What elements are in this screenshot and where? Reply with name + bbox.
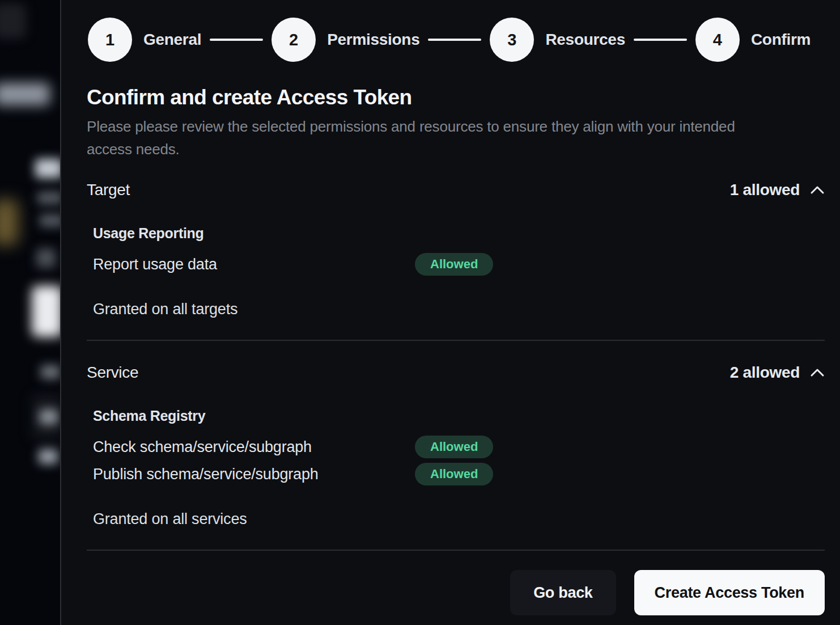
permission-list: Report usage data Allowed [87,253,825,276]
permission-label: Check schema/service/subgraph [93,438,415,456]
go-back-button[interactable]: Go back [510,570,616,615]
blurred-white-card [32,286,62,337]
permission-group-title: Usage Reporting [87,225,825,242]
blurred-sidebar-card [0,3,26,39]
section-title: Service [87,364,138,382]
create-access-token-button[interactable]: Create Access Token [634,570,825,615]
permission-list: Check schema/service/subgraph Allowed Pu… [87,436,825,485]
stepper-step-permissions[interactable]: 2 Permissions [271,18,419,62]
step-number-badge: 3 [490,18,534,62]
granted-note: Granted on all services [87,510,825,528]
stepper-connector [634,39,687,41]
page-description: Please please review the selected permis… [87,115,784,161]
blurred-icon-box [36,248,56,268]
chevron-up-icon [810,368,825,377]
allowed-status-badge: Allowed [415,436,493,458]
step-label: Permissions [327,31,419,49]
modal-footer: Go back Create Access Token [87,570,825,615]
blurred-label [39,449,58,464]
allowed-status-badge: Allowed [415,253,493,276]
step-number-badge: 1 [88,18,132,62]
blurred-background-heading [35,159,62,178]
chevron-up-icon [810,185,825,195]
permission-label: Publish schema/service/subgraph [93,466,415,483]
permission-label: Report usage data [93,256,415,273]
blurred-background-text [37,192,62,204]
permission-group-title: Schema Registry [87,408,825,424]
section-divider [87,340,825,341]
service-collapse-toggle[interactable]: 2 allowed [730,364,825,382]
allowed-count: 1 allowed [730,181,800,199]
create-access-token-modal: 1 General 2 Permissions 3 Resources 4 Co… [60,0,840,625]
page-title: Confirm and create Access Token [87,86,825,109]
section-service-header: Service 2 allowed [87,364,825,382]
granted-note: Granted on all targets [87,301,825,318]
step-number-badge: 4 [695,18,740,62]
section-title: Target [87,181,130,199]
blurred-label [41,365,60,379]
stepper-connector [210,39,263,41]
section-service: Service 2 allowed Schema Registry Check … [87,364,825,528]
blurred-warning-panel [0,200,18,245]
allowed-count: 2 allowed [730,364,800,382]
stepper-step-general[interactable]: 1 General [88,18,201,62]
footer-divider [87,550,825,551]
stepper-step-confirm[interactable]: 4 Confirm [695,18,811,62]
stepper-step-resources[interactable]: 3 Resources [490,18,625,62]
step-label: Confirm [751,31,811,49]
section-target-header: Target 1 allowed [87,181,825,199]
permission-row: Check schema/service/subgraph Allowed [87,436,825,458]
blurred-label [40,409,58,424]
stepper: 1 General 2 Permissions 3 Resources 4 Co… [88,18,825,62]
permission-row: Report usage data Allowed [87,253,825,276]
step-label: Resources [545,31,625,49]
target-collapse-toggle[interactable]: 1 allowed [730,181,825,199]
step-number-badge: 2 [271,18,316,62]
blurred-sidebar-nav-item [0,83,50,105]
stepper-connector [428,39,481,41]
permission-row: Publish schema/service/subgraph Allowed [87,463,825,485]
section-target: Target 1 allowed Usage Reporting Report … [87,181,825,318]
allowed-status-badge: Allowed [415,463,493,485]
step-label: General [143,31,201,49]
